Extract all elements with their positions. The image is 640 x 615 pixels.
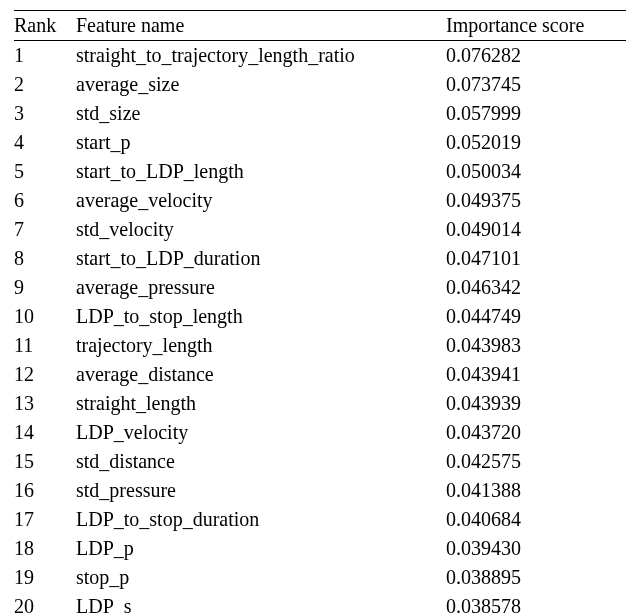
table-row: 12average_distance0.043941 [14, 360, 626, 389]
cell-feature-name: average_distance [76, 360, 446, 389]
cell-importance-score: 0.046342 [446, 273, 626, 302]
cell-feature-name: straight_to_trajectory_length_ratio [76, 41, 446, 71]
cell-feature-name: LDP_p [76, 534, 446, 563]
table-row: 14LDP_velocity0.043720 [14, 418, 626, 447]
cell-feature-name: average_pressure [76, 273, 446, 302]
cell-importance-score: 0.038895 [446, 563, 626, 592]
cell-importance-score: 0.038578 [446, 592, 626, 615]
cell-feature-name: LDP_velocity [76, 418, 446, 447]
table-row: 8start_to_LDP_duration0.047101 [14, 244, 626, 273]
cell-rank: 18 [14, 534, 76, 563]
table-row: 4start_p0.052019 [14, 128, 626, 157]
cell-importance-score: 0.050034 [446, 157, 626, 186]
cell-importance-score: 0.073745 [446, 70, 626, 99]
table-row: 17LDP_to_stop_duration0.040684 [14, 505, 626, 534]
cell-rank: 17 [14, 505, 76, 534]
cell-rank: 1 [14, 41, 76, 71]
cell-rank: 19 [14, 563, 76, 592]
col-header-name: Feature name [76, 11, 446, 41]
table-row: 7std_velocity0.049014 [14, 215, 626, 244]
table-row: 2average_size0.073745 [14, 70, 626, 99]
cell-feature-name: std_size [76, 99, 446, 128]
cell-feature-name: stop_p [76, 563, 446, 592]
cell-rank: 4 [14, 128, 76, 157]
table-row: 5start_to_LDP_length0.050034 [14, 157, 626, 186]
cell-importance-score: 0.043983 [446, 331, 626, 360]
cell-rank: 16 [14, 476, 76, 505]
feature-importance-table: Rank Feature name Importance score 1stra… [14, 10, 626, 615]
cell-rank: 5 [14, 157, 76, 186]
cell-importance-score: 0.043939 [446, 389, 626, 418]
cell-rank: 3 [14, 99, 76, 128]
cell-rank: 9 [14, 273, 76, 302]
cell-importance-score: 0.052019 [446, 128, 626, 157]
cell-feature-name: average_size [76, 70, 446, 99]
table-header-row: Rank Feature name Importance score [14, 11, 626, 41]
cell-importance-score: 0.044749 [446, 302, 626, 331]
cell-rank: 15 [14, 447, 76, 476]
cell-feature-name: start_p [76, 128, 446, 157]
cell-importance-score: 0.040684 [446, 505, 626, 534]
table-row: 1straight_to_trajectory_length_ratio0.07… [14, 41, 626, 71]
cell-rank: 13 [14, 389, 76, 418]
cell-importance-score: 0.043720 [446, 418, 626, 447]
cell-rank: 20 [14, 592, 76, 615]
cell-importance-score: 0.049014 [446, 215, 626, 244]
cell-rank: 7 [14, 215, 76, 244]
table-row: 18LDP_p0.039430 [14, 534, 626, 563]
cell-rank: 14 [14, 418, 76, 447]
cell-importance-score: 0.076282 [446, 41, 626, 71]
cell-importance-score: 0.047101 [446, 244, 626, 273]
cell-rank: 6 [14, 186, 76, 215]
table-row: 10LDP_to_stop_length0.044749 [14, 302, 626, 331]
cell-feature-name: straight_length [76, 389, 446, 418]
cell-feature-name: LDP_to_stop_duration [76, 505, 446, 534]
cell-importance-score: 0.042575 [446, 447, 626, 476]
cell-feature-name: std_distance [76, 447, 446, 476]
col-header-rank: Rank [14, 11, 76, 41]
cell-feature-name: std_velocity [76, 215, 446, 244]
cell-feature-name: start_to_LDP_duration [76, 244, 446, 273]
cell-rank: 11 [14, 331, 76, 360]
table-row: 11trajectory_length0.043983 [14, 331, 626, 360]
cell-rank: 12 [14, 360, 76, 389]
cell-rank: 10 [14, 302, 76, 331]
cell-feature-name: LDP_to_stop_length [76, 302, 446, 331]
cell-feature-name: trajectory_length [76, 331, 446, 360]
table-row: 20LDP_s0.038578 [14, 592, 626, 615]
table-row: 3std_size0.057999 [14, 99, 626, 128]
cell-feature-name: average_velocity [76, 186, 446, 215]
cell-rank: 2 [14, 70, 76, 99]
cell-importance-score: 0.041388 [446, 476, 626, 505]
cell-importance-score: 0.049375 [446, 186, 626, 215]
table-row: 19stop_p0.038895 [14, 563, 626, 592]
col-header-score: Importance score [446, 11, 626, 41]
cell-importance-score: 0.039430 [446, 534, 626, 563]
table-row: 15std_distance0.042575 [14, 447, 626, 476]
table-body: 1straight_to_trajectory_length_ratio0.07… [14, 41, 626, 616]
table-row: 13straight_length0.043939 [14, 389, 626, 418]
cell-rank: 8 [14, 244, 76, 273]
table-row: 9average_pressure0.046342 [14, 273, 626, 302]
cell-feature-name: std_pressure [76, 476, 446, 505]
cell-importance-score: 0.043941 [446, 360, 626, 389]
cell-importance-score: 0.057999 [446, 99, 626, 128]
table-row: 6average_velocity0.049375 [14, 186, 626, 215]
table-row: 16std_pressure0.041388 [14, 476, 626, 505]
cell-feature-name: start_to_LDP_length [76, 157, 446, 186]
cell-feature-name: LDP_s [76, 592, 446, 615]
